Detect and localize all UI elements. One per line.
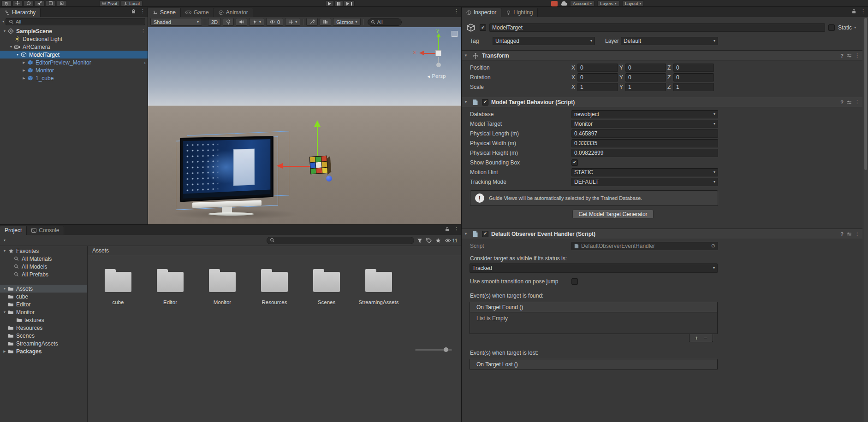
foldout-icon[interactable]: ▼ — [464, 53, 469, 58]
hierarchy-item-directional-light[interactable]: Directional Light — [0, 35, 148, 43]
foldout-icon[interactable]: ▼ — [15, 53, 20, 56]
hierarchy-item-1-cube[interactable]: ▶ 1_cube — [0, 74, 148, 82]
hand-tool-button[interactable] — [1, 0, 12, 6]
tree-item-favorites[interactable]: ▼ Favorites — [0, 247, 87, 255]
search-filter-caret-icon[interactable]: ▾ — [2, 20, 4, 23]
pivot-toggle-button[interactable]: Pivot — [99, 0, 120, 6]
kebab-menu-icon[interactable]: ⋮ — [141, 29, 146, 34]
folder-editor[interactable]: Editor — [146, 269, 194, 305]
lock-icon[interactable] — [445, 227, 450, 232]
kebab-menu-icon[interactable]: ⋮ — [861, 9, 866, 14]
monitor-3d-model[interactable] — [180, 136, 273, 202]
gizmo-z-handle[interactable] — [436, 63, 441, 67]
foldout-icon[interactable]: ▼ — [2, 29, 7, 33]
z-axis-handle[interactable] — [326, 176, 332, 182]
model-target-dropdown[interactable]: Monitor ▾ — [571, 120, 718, 128]
component-enabled-checkbox[interactable]: ✔ — [482, 231, 488, 237]
foldout-icon[interactable]: ▼ — [2, 287, 7, 290]
prefab-open-arrow-icon[interactable]: › — [144, 60, 146, 65]
tab-lighting[interactable]: Lighting — [501, 8, 538, 17]
gizmo-x-arrow-icon[interactable] — [419, 51, 424, 55]
database-dropdown[interactable]: newobject ▾ — [571, 110, 718, 118]
camera-settings-button[interactable] — [320, 18, 331, 26]
foldout-icon[interactable]: ▼ — [2, 311, 7, 314]
position-z-field[interactable]: 0 — [673, 64, 714, 72]
kebab-menu-icon[interactable]: ⋮ — [855, 100, 860, 105]
scene-lighting-toggle[interactable] — [223, 18, 234, 26]
hierarchy-item-editorpreview-monitor[interactable]: ▶ EditorPreview_Monitor › — [0, 59, 148, 66]
on-target-found-header[interactable]: On Target Found () — [470, 302, 717, 312]
hierarchy-item-modeltarget[interactable]: ▼ ModelTarget — [0, 51, 148, 59]
thumbnail-zoom-slider[interactable] — [415, 349, 452, 351]
inspector-scrollbar[interactable] — [863, 17, 868, 422]
model-target-behaviour-header[interactable]: ▼ ✔ Model Target Behaviour (Script) ? ⋮ — [462, 97, 862, 107]
rotation-y-field[interactable]: 0 — [625, 73, 666, 82]
script-object-field[interactable]: DefaultObserverEventHandler ⊙ — [571, 242, 718, 250]
hierarchy-item-arcamera[interactable]: ▼ ARCamera — [0, 43, 148, 51]
transform-header[interactable]: ▼ Transform ? ⋮ — [462, 51, 862, 61]
tree-item-cube[interactable]: cube — [0, 293, 87, 300]
scene-camera-icon[interactable] — [452, 31, 458, 37]
foldout-icon[interactable]: ▼ — [2, 249, 7, 252]
folder-scenes[interactable]: Scenes — [303, 269, 351, 305]
physical-height-field[interactable]: 0.09822699 — [571, 149, 718, 157]
help-icon[interactable]: ? — [840, 53, 844, 59]
motion-hint-dropdown[interactable]: STATIC ▾ — [571, 168, 718, 176]
scale-x-field[interactable]: 1 — [577, 83, 618, 91]
tab-animator[interactable]: Animator — [214, 8, 253, 17]
tab-project[interactable]: Project — [0, 226, 27, 235]
static-checkbox[interactable] — [828, 24, 835, 31]
visibility-eye-icon[interactable]: 11 — [445, 238, 458, 243]
tool-settings-button[interactable] — [306, 18, 318, 26]
tree-item-all-materials[interactable]: All Materials — [0, 255, 87, 263]
add-event-button[interactable]: + — [695, 335, 698, 341]
tab-game[interactable]: Game — [181, 8, 214, 17]
tree-item-packages[interactable]: ▶ Packages — [0, 347, 87, 355]
scene-audio-toggle[interactable] — [236, 18, 247, 26]
play-button[interactable] — [325, 0, 334, 6]
foldout-icon[interactable]: ▶ — [2, 350, 7, 353]
rotation-x-field[interactable]: 0 — [577, 73, 618, 82]
preset-icon[interactable] — [846, 100, 852, 105]
object-name-field[interactable]: ModelTarget — [489, 23, 825, 32]
scene-visibility-toggle[interactable]: 0 — [266, 18, 283, 26]
tree-item-assets[interactable]: ▼ Assets — [0, 285, 87, 293]
folder-monitor[interactable]: Monitor — [198, 269, 246, 305]
step-button[interactable] — [344, 0, 355, 6]
shading-mode-dropdown[interactable]: Shaded ▾ — [150, 18, 202, 26]
tree-item-editor[interactable]: Editor — [0, 300, 87, 308]
tree-item-resources[interactable]: Resources — [0, 324, 87, 332]
help-icon[interactable]: ? — [840, 100, 844, 105]
y-axis-handle[interactable] — [317, 126, 318, 156]
kebab-menu-icon[interactable]: ⋮ — [454, 227, 459, 232]
kebab-menu-icon[interactable]: ⋮ — [454, 9, 459, 14]
cloud-icon[interactable] — [560, 1, 567, 6]
foldout-icon[interactable]: ▼ — [8, 45, 14, 48]
observer-event-handler-header[interactable]: ▼ ✔ Default Observer Event Handler (Scri… — [462, 229, 862, 239]
static-dropdown[interactable]: Static ▾ — [838, 24, 856, 31]
foldout-icon[interactable]: ▶ — [21, 69, 27, 72]
x-axis-handle[interactable] — [282, 166, 310, 167]
folder-streamingassets[interactable]: StreamingAssets — [355, 269, 403, 305]
tab-scene[interactable]: Scene — [148, 8, 181, 17]
hierarchy-item-samplescene[interactable]: ▼ SampleScene ⋮ — [0, 27, 148, 35]
project-search-input[interactable] — [267, 237, 414, 244]
y-axis-arrowhead[interactable] — [314, 120, 321, 127]
projection-mode-label[interactable]: ◄Persp — [413, 73, 459, 79]
get-model-target-generator-button[interactable]: Get Model Target Generator — [572, 210, 654, 219]
tree-item-scenes[interactable]: Scenes — [0, 332, 87, 340]
foldout-icon[interactable]: ▼ — [464, 232, 469, 236]
folder-cube[interactable]: cube — [94, 269, 142, 305]
search-by-type-icon[interactable] — [417, 238, 422, 243]
scrollbar-thumb[interactable] — [864, 18, 867, 170]
rotation-z-field[interactable]: 0 — [673, 73, 714, 82]
foldout-icon[interactable]: ▼ — [464, 100, 469, 104]
folder-resources[interactable]: Resources — [250, 269, 298, 305]
smooth-transition-checkbox[interactable] — [571, 278, 578, 285]
layer-dropdown[interactable]: Default ▾ — [621, 37, 718, 45]
search-by-label-icon[interactable] — [426, 238, 432, 243]
favorites-star-icon[interactable] — [435, 238, 441, 243]
cube-3d-model[interactable] — [309, 156, 328, 175]
pause-button[interactable] — [334, 0, 343, 6]
position-y-field[interactable]: 0 — [625, 64, 666, 72]
